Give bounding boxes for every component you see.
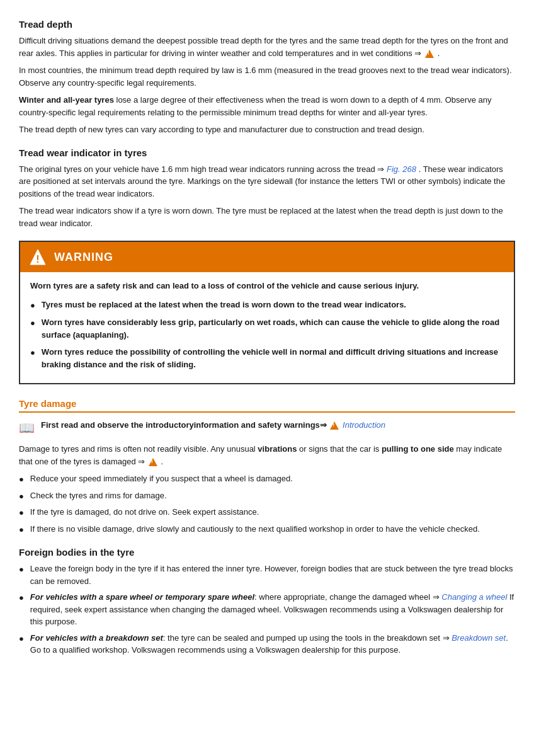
note-text: First read and observe the introductoryi… (41, 419, 385, 432)
fig-268-link[interactable]: Fig. 268 (387, 164, 416, 174)
warning-triangle-inline-2 (329, 421, 340, 430)
tyre-damage-bullet-4: If there is no visible damage, drive slo… (19, 523, 515, 536)
warning-triangle-inline-3 (147, 458, 159, 466)
warning-bullet-1: Tyres must be replaced at the latest whe… (30, 299, 504, 312)
warning-bullet-3: Worn tyres reduce the possibility of con… (30, 346, 504, 370)
warning-header: ! WARNING (20, 242, 514, 272)
foreign-bodies-bullet-2: For vehicles with a spare wheel or tempo… (19, 591, 515, 628)
warning-intro-text: Worn tyres are a safety risk and can lea… (30, 280, 504, 292)
tread-depth-para4: The tread depth of new tyres can vary ac… (19, 123, 515, 136)
tread-wear-indicator-para1: The original tyres on your vehicle have … (19, 163, 515, 200)
tyre-damage-section: Tyre damage 📖 First read and observe the… (19, 398, 515, 536)
tread-depth-para3: Winter and all-year tyres lose a large d… (19, 94, 515, 118)
tyre-damage-bullet-2: Check the tyres and rims for damage. (19, 490, 515, 503)
changing-wheel-link[interactable]: Changing a wheel (441, 592, 507, 602)
foreign-bodies-bullets: Leave the foreign body in the tyre if it… (19, 563, 515, 656)
note-text-main: First read and observe the introductoryi… (41, 420, 327, 430)
tyre-damage-bullet-1: Reduce your speed immediately if you sus… (19, 472, 515, 486)
tyre-damage-bullet-3: If the tyre is damaged, do not drive on.… (19, 506, 515, 519)
breakdown-set-link[interactable]: Breakdown set (452, 633, 506, 643)
introduction-link[interactable]: Introduction (343, 420, 385, 430)
winter-tyres-label: Winter and all-year tyres (19, 95, 114, 105)
tread-depth-para2: In most countries, the minimum tread dep… (19, 64, 515, 89)
foreign-bodies-bullet-3: For vehicles with a breakdown set: the t… (19, 632, 515, 656)
tyre-damage-para1: Damage to tyres and rims is often not re… (19, 443, 515, 467)
foreign-bodies-heading: Foreign bodies in the tyre (19, 547, 515, 558)
warning-triangle-icon: ! (29, 248, 47, 266)
tread-wear-indicator-para2: The tread wear indicators show if a tyre… (19, 205, 515, 229)
tread-depth-section: Tread depth Difficult driving situations… (19, 19, 515, 136)
tread-depth-para1: Difficult driving situations demand the … (19, 35, 515, 59)
warning-bullet-2: Worn tyres have considerably less grip, … (30, 316, 504, 341)
warning-header-text: WARNING (54, 251, 113, 264)
warning-body: Worn tyres are a safety risk and can lea… (20, 272, 514, 383)
foreign-bodies-section: Foreign bodies in the tyre Leave the for… (19, 547, 515, 656)
tread-wear-indicator-section: Tread wear indicator in tyres The origin… (19, 147, 515, 230)
tyre-damage-bullets: Reduce your speed immediately if you sus… (19, 472, 515, 536)
svg-text:!: ! (36, 254, 39, 265)
tread-depth-heading: Tread depth (19, 19, 515, 30)
warning-triangle-inline-1 (424, 50, 435, 58)
warning-box: ! WARNING Worn tyres are a safety risk a… (19, 241, 515, 384)
warning-bullets-list: Tyres must be replaced at the latest whe… (30, 299, 504, 371)
foreign-bodies-bullet-1: Leave the foreign body in the tyre if it… (19, 563, 515, 587)
book-icon: 📖 (19, 420, 35, 435)
tread-wear-indicator-heading: Tread wear indicator in tyres (19, 147, 515, 158)
note-box: 📖 First read and observe the introductor… (19, 419, 515, 435)
tyre-damage-heading: Tyre damage (19, 398, 515, 413)
